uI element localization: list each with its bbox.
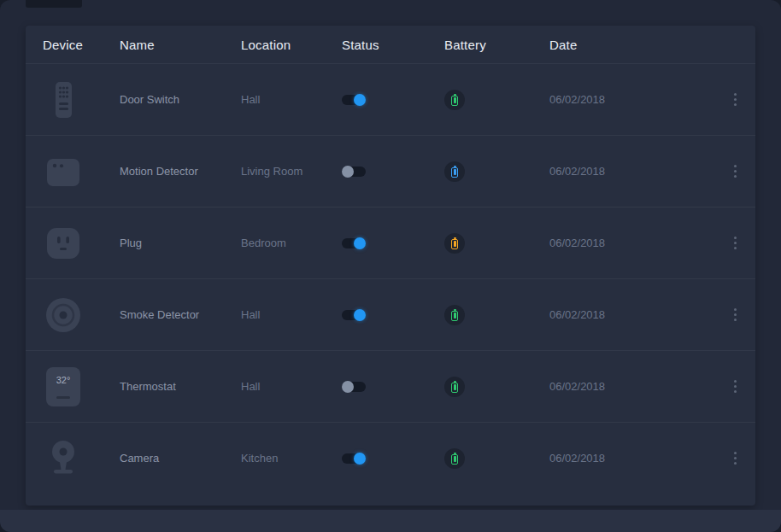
table-header-row: Device Name Location Status Battery Date (26, 26, 755, 63)
device-table-card: Device Name Location Status Battery Date (26, 26, 755, 506)
battery-icon (451, 96, 458, 106)
thermostat-reading: 32° (56, 375, 71, 406)
device-name: Smoke Detector (120, 308, 241, 321)
table-row: Camera Kitchen 06/02/2018 (26, 422, 755, 494)
device-date: 06/02/2018 (549, 308, 704, 321)
battery-icon (451, 167, 458, 178)
device-date: 06/02/2018 (549, 165, 704, 178)
kebab-menu-icon[interactable] (729, 233, 742, 253)
battery-icon (451, 311, 458, 321)
toggle-thumb (354, 237, 366, 249)
plug-icon (43, 223, 84, 264)
device-name: Camera (120, 452, 241, 465)
status-toggle[interactable] (342, 453, 366, 464)
kebab-menu-icon[interactable] (729, 90, 742, 109)
battery-indicator (444, 233, 465, 254)
battery-indicator (444, 161, 465, 182)
bottom-bar-decoration (0, 510, 781, 532)
column-header-name: Name (120, 38, 241, 52)
column-header-location: Location (241, 38, 342, 52)
top-tab-decoration (26, 0, 82, 8)
motion-detector-icon (43, 151, 84, 192)
column-header-device: Device (43, 38, 120, 52)
table-row: Plug Bedroom 06/02/2018 (26, 207, 755, 278)
device-location: Bedroom (241, 237, 342, 249)
kebab-menu-icon[interactable] (729, 161, 742, 181)
thermostat-icon: 32° (43, 366, 84, 407)
device-date: 06/02/2018 (549, 452, 704, 465)
battery-icon (451, 239, 458, 249)
table-row: 32° Thermostat Hall 06/02/2018 (26, 350, 755, 422)
device-location: Hall (241, 93, 342, 106)
camera-icon (43, 438, 84, 479)
battery-icon (451, 454, 458, 465)
toggle-thumb (342, 381, 354, 393)
column-header-date: Date (549, 38, 704, 52)
device-location: Hall (241, 380, 342, 393)
column-header-battery: Battery (444, 38, 549, 52)
battery-indicator (444, 448, 465, 469)
smoke-detector-icon (43, 295, 84, 336)
device-date: 06/02/2018 (549, 237, 704, 249)
battery-indicator (444, 90, 465, 110)
column-header-status: Status (342, 38, 444, 52)
device-location: Kitchen (241, 452, 342, 465)
toggle-thumb (354, 453, 366, 465)
toggle-thumb (354, 94, 366, 106)
remote-icon (43, 79, 84, 120)
device-date: 06/02/2018 (549, 93, 704, 106)
kebab-menu-icon[interactable] (729, 448, 742, 468)
device-name: Plug (120, 237, 241, 249)
status-toggle[interactable] (342, 382, 366, 392)
battery-icon (451, 383, 458, 393)
status-toggle[interactable] (342, 167, 366, 177)
status-toggle[interactable] (342, 310, 366, 320)
device-name: Motion Detector (120, 165, 241, 178)
toggle-thumb (354, 309, 366, 321)
battery-indicator (444, 305, 465, 325)
device-location: Hall (241, 308, 342, 321)
device-date: 06/02/2018 (549, 380, 704, 393)
status-toggle[interactable] (342, 95, 366, 105)
table-row: Door Switch Hall 06/02/2018 (26, 63, 755, 135)
app-screen: Device Name Location Status Battery Date (0, 0, 781, 532)
toggle-thumb (342, 166, 354, 178)
kebab-menu-icon[interactable] (729, 305, 742, 324)
device-name: Door Switch (120, 93, 241, 106)
table-row: Smoke Detector Hall 06/02/2018 (26, 278, 755, 350)
kebab-menu-icon[interactable] (729, 377, 742, 396)
status-toggle[interactable] (342, 238, 366, 248)
device-name: Thermostat (120, 380, 241, 393)
device-location: Living Room (241, 165, 342, 178)
battery-indicator (444, 377, 465, 397)
table-row: Motion Detector Living Room 06/02/2018 (26, 135, 755, 207)
